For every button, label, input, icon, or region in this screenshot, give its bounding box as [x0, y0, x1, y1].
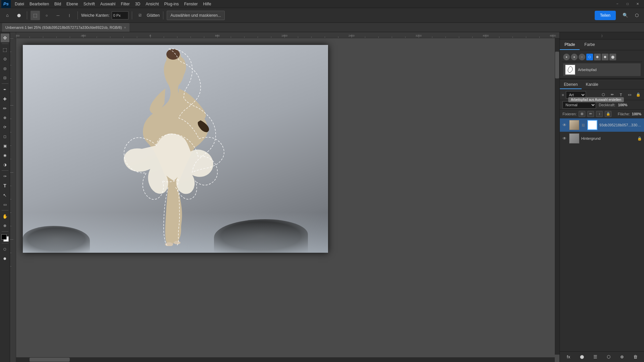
menu-fenster[interactable]: Fenster	[181, 0, 201, 8]
foreground-background-colors[interactable]	[1, 234, 9, 242]
menu-ebene[interactable]: Ebene	[64, 0, 81, 8]
layer-visibility-1[interactable]: 👁	[562, 136, 567, 141]
menu-hilfe[interactable]: Hilfe	[201, 0, 214, 8]
layer-visibility-0[interactable]: 👁	[562, 122, 567, 128]
marquee-tool-button[interactable]: ⬚	[1, 45, 9, 54]
quick-mask-button[interactable]: ⬡	[1, 245, 9, 253]
screen-mode-button[interactable]: ⬢	[1, 254, 9, 263]
pen-tool-button[interactable]: ✑	[1, 172, 9, 181]
path-btn-5[interactable]: ⬣	[602, 54, 608, 60]
layer-filter-btn-4[interactable]: ▭	[626, 91, 633, 99]
layer-item-1[interactable]: 👁 Hintergrund 🔒	[560, 132, 644, 145]
path-select-button[interactable]: ↖	[1, 191, 9, 199]
glatten-checkbox[interactable]: ☑	[136, 11, 145, 20]
menu-datei[interactable]: Datei	[12, 0, 27, 8]
close-button[interactable]: ✕	[633, 0, 643, 8]
tab-close-button[interactable]: ×	[124, 25, 126, 29]
brush-tool-button[interactable]: ✏	[1, 104, 9, 113]
filter-icon: ≡	[562, 93, 564, 97]
v-scroll-thumb[interactable]	[555, 52, 559, 78]
menu-bearbeiten[interactable]: Bearbeiten	[27, 0, 52, 8]
path-circle-btn-2[interactable]: ●	[571, 54, 578, 60]
path-sel-btn[interactable]: ⬡	[586, 54, 593, 60]
menu-3d[interactable]: 3D	[132, 0, 143, 8]
path-circle-btn-3[interactable]: ○	[579, 54, 585, 60]
foreground-color-swatch[interactable]	[1, 234, 7, 240]
h-scroll-thumb[interactable]	[30, 358, 70, 362]
healing-tool-button[interactable]: ✚	[1, 95, 9, 103]
home-button[interactable]: ⌂	[3, 11, 12, 20]
layer-filter-btn-3[interactable]: T	[617, 91, 625, 99]
maximize-button[interactable]: □	[623, 0, 633, 8]
menu-ansicht[interactable]: Ansicht	[143, 0, 161, 8]
blur-tool-button[interactable]: ◉	[1, 151, 9, 160]
history-brush-button[interactable]: ⟳	[1, 123, 9, 131]
layer-adjustment-button[interactable]: ☰	[592, 353, 599, 361]
path-circle-btn-1[interactable]: ●	[563, 54, 570, 60]
quick-actions-button[interactable]: ⬤	[14, 11, 23, 20]
menu-schrift[interactable]: Schrift	[81, 0, 98, 8]
shape-tool-button[interactable]: ▭	[1, 200, 9, 209]
minimize-button[interactable]: −	[612, 0, 623, 8]
share-button[interactable]: Teilen	[595, 11, 616, 20]
delete-layer-button[interactable]: 🗑	[632, 353, 639, 361]
dodge-tool-button[interactable]: ◑	[1, 160, 9, 169]
menu-bild[interactable]: Bild	[52, 0, 64, 8]
text-tool-button[interactable]: T	[1, 181, 9, 190]
ellipse-marquee-button[interactable]: ○	[42, 11, 51, 20]
layer-kind-select[interactable]: Art	[566, 91, 586, 99]
auswaehlen-maskieren-button[interactable]: Auswählen und maskieren...	[167, 11, 225, 20]
layer-thumb-1	[569, 133, 579, 143]
lock-pixels-btn[interactable]: ✏	[587, 111, 594, 117]
vertical-scrollbar[interactable]	[555, 38, 559, 355]
crop-tool-button[interactable]: ⊡	[1, 73, 9, 82]
layer-filter-btn-1[interactable]: ⬡	[600, 91, 607, 99]
toolbar-separator-4	[163, 11, 163, 19]
horizontal-scrollbar[interactable]	[16, 357, 555, 362]
layer-item-0[interactable]: 👁 ⛓ 93db395218b057...330cfde8922cb	[560, 118, 644, 132]
arrange-button[interactable]: ⬡	[632, 11, 641, 20]
document-tab[interactable]: Unbenannt-1 bei 25% (93db395218b0572717a…	[2, 23, 129, 32]
clone-tool-button[interactable]: ⊕	[1, 113, 9, 122]
layer-group-button[interactable]: ⬡	[605, 353, 612, 361]
quick-select-tool-button[interactable]: ◎	[1, 64, 9, 73]
fill-value: 100%	[632, 112, 641, 116]
menu-filter[interactable]: Filter	[118, 0, 132, 8]
single-row-button[interactable]: —	[53, 11, 63, 20]
single-col-button[interactable]: |	[65, 11, 74, 20]
layer-fx-button[interactable]: fx	[565, 353, 572, 361]
lock-all-btn[interactable]: 🔒	[605, 111, 611, 117]
ebenen-tab[interactable]: Ebenen	[560, 80, 582, 89]
layer-filter-btn-5[interactable]: 🔒	[635, 91, 642, 99]
weiche-kanten-input[interactable]	[112, 11, 128, 19]
rect-marquee-button[interactable]: ⬚	[31, 11, 40, 20]
lock-position-btn[interactable]: ↕	[596, 111, 603, 117]
lock-transparent-btn[interactable]: ⊞	[579, 111, 585, 117]
arbeitspfad-item[interactable]: Arbeitspfad	[563, 63, 641, 76]
layer-mask-button[interactable]: ⬤	[578, 353, 586, 361]
search-button[interactable]: 🔍	[621, 11, 630, 20]
farbe-tab[interactable]: Farbe	[580, 40, 599, 50]
ruler-corner	[10, 32, 16, 38]
kanale-tab[interactable]: Kanäle	[582, 80, 602, 89]
zoom-tool-button[interactable]: ⊕	[1, 221, 9, 230]
layers-bottom-toolbar: fx ⬤ ☰ ⬡ ⊕ 🗑	[560, 351, 644, 362]
new-layer-button[interactable]: ⊕	[618, 353, 626, 361]
eyedropper-tool-button[interactable]: ✒	[1, 85, 9, 94]
photoshop-canvas[interactable]	[23, 45, 328, 253]
eraser-tool-button[interactable]: ◻	[1, 132, 9, 141]
lasso-tool-button[interactable]: ⊙	[1, 55, 9, 63]
move-tool-button[interactable]: ✥	[1, 34, 9, 42]
blend-mode-select[interactable]: Normal Multiplizieren Weiches Licht	[562, 101, 596, 109]
left-ruler	[10, 38, 16, 362]
gradient-tool-button[interactable]: ▣	[1, 141, 9, 150]
path-btn-4[interactable]: ⬢	[594, 54, 601, 60]
menu-plugins[interactable]: Plug-ins	[162, 0, 181, 8]
canvas-scroll-area[interactable]	[16, 38, 559, 362]
panel-collapse-icon[interactable]: ⟩	[601, 34, 603, 38]
menu-auswahl[interactable]: Auswahl	[98, 0, 118, 8]
pfade-tab[interactable]: Pfade	[560, 40, 580, 50]
hand-tool-button[interactable]: ✋	[1, 212, 9, 221]
layer-filter-btn-2[interactable]: ✏	[608, 91, 616, 99]
path-btn-6[interactable]: ⬤	[609, 54, 616, 60]
